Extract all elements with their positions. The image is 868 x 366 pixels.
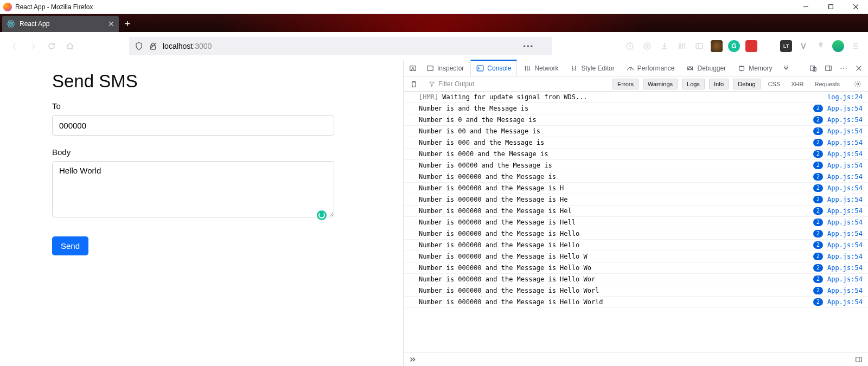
body-textarea[interactable] bbox=[52, 161, 334, 217]
console-log-row[interactable]: Number is 000 and the Message is 2App.js… bbox=[404, 137, 868, 149]
devtools-close-icon[interactable] bbox=[852, 61, 866, 75]
console-log-row[interactable]: Number is 000000 and the Message is Hell… bbox=[404, 228, 868, 240]
console-output[interactable]: [HMR] Waiting for update signal from WDS… bbox=[404, 92, 868, 352]
lock-insecure-icon[interactable] bbox=[149, 42, 157, 50]
send-button[interactable]: Send bbox=[52, 236, 88, 255]
console-log-row[interactable]: Number is 000000 and the Message is H2Ap… bbox=[404, 183, 868, 194]
extension-g-icon[interactable]: G bbox=[728, 40, 740, 52]
level-warnings[interactable]: Warnings bbox=[643, 79, 678, 89]
account-icon[interactable] bbox=[832, 40, 844, 52]
tab-debugger[interactable]: Debugger bbox=[681, 60, 731, 76]
filter-requests[interactable]: Requests bbox=[812, 81, 843, 87]
browser-tab[interactable]: React App ✕ bbox=[2, 16, 119, 32]
log-source-link[interactable]: App.js:54 bbox=[827, 105, 863, 112]
log-source-link[interactable]: App.js:54 bbox=[827, 253, 863, 260]
tab-memory[interactable]: Memory bbox=[732, 60, 777, 76]
back-button[interactable] bbox=[7, 38, 23, 54]
extension-pin-icon[interactable] bbox=[815, 40, 827, 52]
tab-close-icon[interactable]: ✕ bbox=[108, 20, 114, 28]
home-button[interactable] bbox=[62, 38, 78, 54]
console-log-row[interactable]: Number is 000000 and the Message is 2App… bbox=[404, 171, 868, 183]
library-icon[interactable] bbox=[676, 40, 688, 52]
console-log-row[interactable]: [HMR] Waiting for update signal from WDS… bbox=[404, 92, 868, 103]
log-source-link[interactable]: App.js:54 bbox=[827, 230, 863, 237]
url-bar[interactable]: localhost:3000 ••• bbox=[129, 37, 552, 55]
log-source-link[interactable]: App.js:54 bbox=[827, 116, 863, 124]
sidebar-icon[interactable] bbox=[693, 40, 705, 52]
console-log-row[interactable]: Number is and the Message is 2App.js:54 bbox=[404, 103, 868, 114]
reload-button[interactable] bbox=[43, 38, 60, 54]
console-settings-icon[interactable] bbox=[851, 77, 865, 91]
extension-lt-icon[interactable]: LT bbox=[780, 40, 792, 52]
console-log-row[interactable]: Number is 000000 and the Message is He2A… bbox=[404, 194, 868, 206]
filter-xhr[interactable]: XHR bbox=[788, 81, 807, 87]
repeat-count-badge: 2 bbox=[813, 287, 823, 294]
tab-inspector[interactable]: Inspector bbox=[421, 60, 469, 76]
console-log-row[interactable]: Number is 000000 and the Message is Hel2… bbox=[404, 206, 868, 217]
tab-console[interactable]: Console bbox=[470, 60, 517, 76]
filter-output-input[interactable]: Filter Output bbox=[425, 80, 534, 88]
log-source-link[interactable]: App.js:54 bbox=[827, 207, 863, 215]
repeat-count-badge: 2 bbox=[813, 116, 823, 124]
app-menu-icon[interactable] bbox=[850, 40, 861, 52]
tab-network[interactable]: Network bbox=[518, 60, 564, 76]
level-info[interactable]: Info bbox=[709, 79, 729, 89]
filter-css[interactable]: CSS bbox=[765, 81, 784, 87]
split-console-icon[interactable] bbox=[855, 356, 863, 363]
console-input-row[interactable] bbox=[404, 352, 868, 366]
iframe-picker-icon[interactable] bbox=[406, 61, 420, 75]
console-log-row[interactable]: Number is 000000 and the Message is Hell… bbox=[404, 297, 868, 308]
level-debug[interactable]: Debug bbox=[733, 79, 760, 89]
extension-v-icon[interactable]: V bbox=[797, 40, 809, 52]
meatball-icon[interactable]: ••• bbox=[523, 42, 534, 50]
console-log-row[interactable]: Number is 000000 and the Message is Hell… bbox=[404, 217, 868, 228]
extension-gear-icon[interactable] bbox=[641, 40, 653, 52]
log-source-link[interactable]: App.js:54 bbox=[827, 298, 863, 306]
tracking-shield-icon[interactable] bbox=[135, 42, 143, 50]
log-source-link[interactable]: App.js:54 bbox=[827, 127, 863, 135]
new-tab-button[interactable]: + bbox=[119, 16, 136, 32]
log-source-link[interactable]: App.js:54 bbox=[827, 173, 863, 181]
forward-button[interactable] bbox=[25, 38, 41, 54]
log-source-link[interactable]: App.js:54 bbox=[827, 150, 863, 158]
more-tabs-icon[interactable] bbox=[779, 61, 793, 75]
log-source-link[interactable]: App.js:54 bbox=[827, 139, 863, 146]
close-button[interactable] bbox=[843, 0, 868, 14]
log-source-link[interactable]: App.js:54 bbox=[827, 219, 863, 226]
extension-infinity-icon[interactable]: ∞ bbox=[763, 40, 775, 52]
maximize-button[interactable] bbox=[818, 0, 843, 14]
minimize-button[interactable] bbox=[793, 0, 818, 14]
history-icon[interactable] bbox=[624, 40, 636, 52]
log-source-link[interactable]: App.js:54 bbox=[827, 275, 863, 283]
devtools-meatball-icon[interactable]: ⋯ bbox=[837, 61, 851, 75]
responsive-mode-icon[interactable] bbox=[806, 61, 820, 75]
console-log-row[interactable]: Number is 00000 and the Message is 2App.… bbox=[404, 160, 868, 171]
grammarly-icon[interactable] bbox=[317, 210, 327, 220]
tab-style-editor[interactable]: Style Editor bbox=[565, 60, 620, 76]
clear-console-icon[interactable] bbox=[407, 77, 421, 91]
log-source-link[interactable]: App.js:54 bbox=[827, 241, 863, 249]
extension-1-icon[interactable] bbox=[711, 40, 723, 52]
console-log-row[interactable]: Number is 000000 and the Message is Hell… bbox=[404, 251, 868, 262]
console-log-row[interactable]: Number is 000000 and the Message is Hell… bbox=[404, 274, 868, 285]
log-source-link[interactable]: App.js:54 bbox=[827, 196, 863, 203]
dock-side-icon[interactable] bbox=[821, 61, 835, 75]
level-errors[interactable]: Errors bbox=[612, 79, 639, 89]
to-input[interactable] bbox=[52, 115, 334, 136]
extension-red-icon[interactable] bbox=[745, 40, 757, 52]
downloads-icon[interactable] bbox=[659, 40, 671, 52]
console-log-row[interactable]: Number is 000000 and the Message is Hell… bbox=[404, 285, 868, 297]
log-source-link[interactable]: App.js:54 bbox=[827, 287, 863, 294]
log-source-link[interactable]: App.js:54 bbox=[827, 184, 863, 192]
console-log-row[interactable]: Number is 0 and the Message is 2App.js:5… bbox=[404, 114, 868, 126]
log-source-link[interactable]: log.js:24 bbox=[827, 93, 863, 101]
console-log-row[interactable]: Number is 000000 and the Message is Hell… bbox=[404, 240, 868, 251]
level-logs[interactable]: Logs bbox=[682, 79, 705, 89]
log-source-link[interactable]: App.js:54 bbox=[827, 162, 863, 169]
log-message: Number is 000000 and the Message is Hel bbox=[419, 207, 809, 215]
console-log-row[interactable]: Number is 00 and the Message is 2App.js:… bbox=[404, 126, 868, 137]
console-log-row[interactable]: Number is 000000 and the Message is Hell… bbox=[404, 262, 868, 274]
log-source-link[interactable]: App.js:54 bbox=[827, 264, 863, 272]
console-log-row[interactable]: Number is 0000 and the Message is 2App.j… bbox=[404, 149, 868, 160]
tab-performance[interactable]: Performance bbox=[621, 60, 680, 76]
